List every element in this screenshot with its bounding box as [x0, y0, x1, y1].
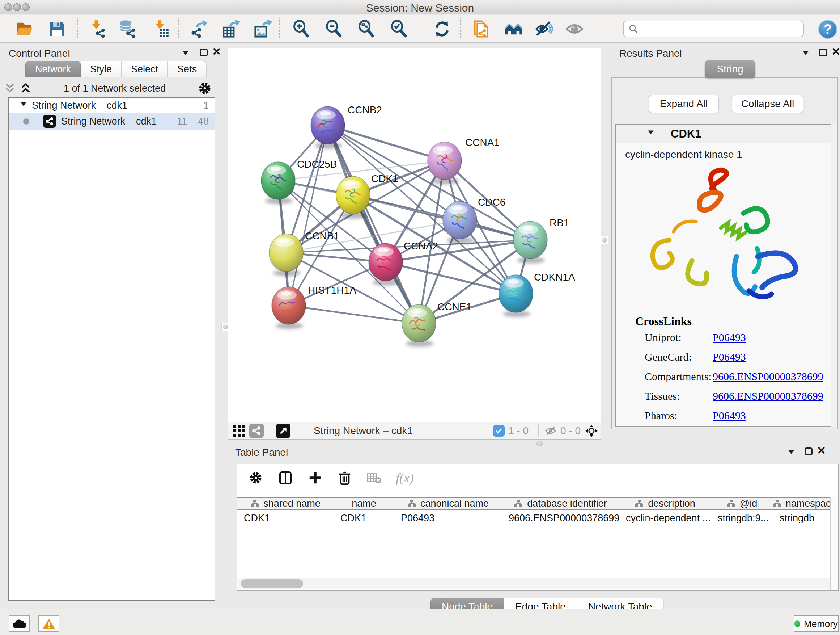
control-panel-close-icon[interactable]: ✕: [212, 48, 221, 56]
column-header-database-identifier[interactable]: database identifier: [502, 498, 619, 509]
crosshair-move-icon: [585, 424, 598, 437]
cytoscape-window: Session: New Session: [0, 0, 840, 635]
column-header-shared-name[interactable]: shared name: [237, 498, 334, 509]
edge-HIST1H1A-CCNE1[interactable]: [289, 306, 419, 323]
zoom-in-button[interactable]: [289, 17, 313, 41]
node-CDKN1A[interactable]: [499, 275, 533, 317]
collection-expander-icon[interactable]: [21, 103, 26, 109]
function-builder-button[interactable]: f(x): [396, 470, 414, 486]
delete-table-button[interactable]: [366, 470, 383, 486]
table-cell[interactable]: stringdb: [773, 511, 831, 525]
string-network-graph[interactable]: CCNB2CCNA1CDC25BCDK1CDC6RB1CCNB1CCNA2CDK…: [228, 48, 601, 422]
node-label-RB1: RB1: [549, 217, 569, 228]
clone-network-button[interactable]: [470, 17, 493, 41]
delete-column-button[interactable]: [336, 470, 353, 486]
table-cell[interactable]: CDK1: [334, 511, 394, 525]
gear-icon[interactable]: [197, 81, 212, 96]
network-view-canvas[interactable]: CCNB2CCNA1CDC25BCDK1CDC6RB1CCNB1CCNA2CDK…: [228, 48, 601, 422]
collapse-all-button[interactable]: Collapse All: [732, 95, 804, 113]
column-header--id[interactable]: @id: [711, 498, 773, 509]
open-session-button[interactable]: [13, 17, 36, 41]
cloud-status-button[interactable]: [9, 616, 30, 632]
column-header-canonical-name[interactable]: canonical name: [394, 498, 502, 509]
detach-view-button[interactable]: [276, 424, 291, 438]
tab-sets[interactable]: Sets: [168, 61, 207, 78]
zoom-selected-button[interactable]: [387, 17, 410, 41]
tab-string[interactable]: String: [705, 60, 755, 78]
collapse-all-chevron-icon[interactable]: [4, 82, 16, 95]
table-cell[interactable]: cyclin-dependent ...: [619, 511, 711, 525]
export-image-button[interactable]: [251, 17, 275, 41]
create-column-button[interactable]: [307, 470, 324, 486]
show-columns-button[interactable]: [277, 470, 294, 486]
apply-layout-button[interactable]: [431, 17, 454, 41]
zoom-fit-button[interactable]: [355, 17, 378, 41]
save-session-button[interactable]: [46, 17, 69, 41]
protein-card-header[interactable]: CDK1: [616, 125, 834, 143]
fit-content-button[interactable]: [584, 424, 599, 438]
tab-select[interactable]: Select: [122, 61, 168, 78]
crosslink-link[interactable]: 9606.ENSP00000378699: [713, 390, 823, 402]
results-scrollbar[interactable]: [831, 124, 837, 427]
node-CDC6[interactable]: [443, 201, 477, 244]
table-cell[interactable]: stringdb:9...: [711, 511, 773, 525]
table-settings-button[interactable]: [248, 470, 264, 486]
table-horizontal-scrollbar[interactable]: [238, 578, 830, 589]
results-panel-menu-icon[interactable]: [802, 51, 809, 58]
protein-expander-icon[interactable]: [648, 131, 653, 137]
tab-network[interactable]: Network: [25, 61, 81, 78]
column-header-namespac[interactable]: namespac: [773, 498, 831, 509]
memory-button[interactable]: Memory: [794, 616, 838, 632]
node-RB1[interactable]: [513, 221, 547, 264]
node-CCNE1[interactable]: [402, 304, 436, 347]
node-HIST1H1A[interactable]: [272, 287, 306, 329]
table-panel-menu-icon[interactable]: [788, 450, 794, 457]
network-view-button[interactable]: [249, 424, 264, 438]
edge-CCNB2-CCNA1[interactable]: [328, 125, 445, 161]
birds-eye-view-button[interactable]: [232, 424, 246, 438]
help-button[interactable]: ?: [818, 20, 837, 39]
hide-selected-button[interactable]: [532, 17, 555, 41]
crosslink-link[interactable]: P06493: [713, 409, 746, 422]
first-neighbors-button[interactable]: [502, 17, 525, 41]
edge-CCNB2-HIST1H1A[interactable]: [289, 125, 328, 306]
node-CCNB2[interactable]: [311, 106, 345, 149]
column-header-name[interactable]: name: [334, 498, 394, 509]
tab-style[interactable]: Style: [81, 61, 122, 78]
expand-all-chevron-icon[interactable]: [19, 82, 32, 95]
window-title: Session: New Session: [0, 2, 840, 14]
horizontal-splitter-handle[interactable]: [536, 441, 543, 446]
import-table-from-file-button[interactable]: [149, 17, 172, 41]
warnings-button[interactable]: [38, 616, 59, 632]
node-CCNA1[interactable]: [428, 142, 462, 184]
results-panel-close-icon[interactable]: ✕: [831, 48, 840, 56]
table-panel-float-icon[interactable]: [805, 448, 813, 455]
expand-all-button[interactable]: Expand All: [649, 95, 719, 113]
crosslink-link[interactable]: P06493: [713, 351, 746, 363]
network-row-selected[interactable]: String Network – cdk1 11 48: [9, 113, 215, 130]
node-CCNB1[interactable]: [269, 234, 303, 276]
network-collection-row[interactable]: String Network – cdk1 1: [9, 98, 215, 113]
selected-indicator-checkbox[interactable]: [493, 425, 505, 437]
table-row[interactable]: CDK1CDK1P064939606.ENSP00000378699cyclin…: [237, 511, 831, 525]
control-panel-float-icon[interactable]: [200, 49, 208, 57]
scrollbar-thumb[interactable]: [241, 579, 303, 588]
show-all-button[interactable]: [563, 17, 586, 41]
table-panel-close-icon[interactable]: ✕: [817, 447, 826, 455]
crosslink-link[interactable]: P06493: [713, 331, 746, 344]
table-cell[interactable]: P06493: [394, 511, 502, 525]
export-table-button[interactable]: [220, 17, 243, 41]
node-CDC25B[interactable]: [261, 162, 295, 204]
column-header-description[interactable]: description: [619, 498, 711, 509]
control-panel-menu-icon[interactable]: [182, 51, 189, 58]
search-input[interactable]: [639, 24, 794, 35]
table-vertical-scrollbar[interactable]: [830, 497, 838, 591]
import-network-from-file-button[interactable]: [85, 17, 109, 41]
table-cell[interactable]: 9606.ENSP00000378699: [502, 511, 619, 525]
import-network-from-database-button[interactable]: [116, 17, 139, 41]
export-network-button[interactable]: [188, 17, 211, 41]
results-panel-float-icon[interactable]: [819, 49, 827, 57]
zoom-out-button[interactable]: [322, 17, 345, 41]
crosslink-link[interactable]: 9606.ENSP00000378699: [713, 371, 823, 383]
table-cell[interactable]: CDK1: [237, 511, 334, 525]
